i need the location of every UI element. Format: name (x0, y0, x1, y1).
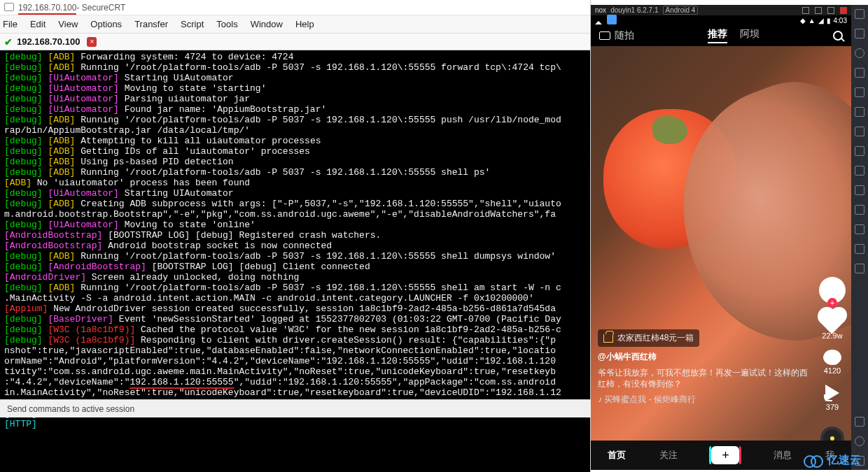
poster-username[interactable]: @小蜗牛西红柿 (598, 351, 809, 363)
nox-titlebar[interactable]: nox douyin1 6.2.7.1 Android 4 (591, 5, 851, 15)
tool-fullscreen-icon[interactable] (855, 9, 864, 19)
comment-icon (823, 350, 841, 365)
share-count: 379 (826, 403, 839, 411)
watermark-logo-icon (804, 455, 823, 466)
window-titlebar[interactable]: 192.168.70.100 - SecureCRT (0, 0, 590, 15)
emu-player-label: douyin1 6.2.7.1 (610, 6, 658, 14)
comment-button[interactable]: 4120 (823, 350, 841, 375)
tool-scissors-icon[interactable] (855, 146, 864, 156)
music-label[interactable]: ♪ 买蜂蜜点我 - 侯炬峰商行 (598, 394, 809, 406)
tab-close-icon[interactable]: × (87, 37, 97, 47)
menu-view[interactable]: View (58, 19, 78, 29)
tool-shake-icon[interactable] (855, 205, 864, 215)
tool-multi-icon[interactable] (855, 107, 864, 117)
emu-maximize-icon[interactable] (827, 7, 834, 14)
tool-rotate-icon[interactable] (855, 185, 864, 195)
android-statusbar: ◆ ▲ ◢ ▮ 4:03 (591, 15, 851, 25)
camera-label: 随拍 (615, 29, 634, 42)
phone-screen: nox douyin1 6.2.7.1 Android 4 ◆ ▲ ◢ ▮ 4:… (591, 5, 851, 470)
tool-location-icon[interactable] (855, 48, 864, 58)
menu-tools[interactable]: Tools (216, 19, 237, 29)
nav-create-button[interactable]: + (711, 446, 739, 464)
cart-icon (603, 334, 613, 343)
title-ip: 192.168.70.100 (18, 3, 76, 13)
emu-settings-icon[interactable] (802, 7, 809, 14)
nav-home[interactable]: 首页 (608, 449, 626, 462)
emu-close-icon[interactable] (840, 7, 847, 14)
camera-button[interactable]: 随拍 (599, 29, 634, 42)
emu-minimize-icon[interactable] (815, 7, 822, 14)
poster-avatar[interactable] (819, 277, 846, 303)
douyin-top-nav: 随拍 推荐 阿坝 (591, 25, 851, 46)
session-tabstrip: ✔ 192.168.70.100 × (0, 34, 590, 50)
location-icon: ◆ (800, 17, 806, 24)
tab-recommend[interactable]: 推荐 (708, 28, 727, 43)
action-rail: 22.9w 4120 379 (819, 277, 846, 441)
tool-settings-icon[interactable] (855, 244, 864, 254)
send-command-placeholder: Send commands to active session (7, 404, 134, 414)
menu-transfer[interactable]: Transfer (134, 19, 168, 29)
app-badge-icon (607, 15, 617, 24)
video-caption: 爷爷让我放弃，可我不想放弃！再发一遍试试！这样的西红柿，有没有馋到你？ (598, 367, 809, 389)
menu-edit[interactable]: Edit (30, 19, 46, 29)
caption-area: 农家西红柿48元一箱 @小蜗牛西红柿 爷爷让我放弃，可我不想放弃！再发一遍试试！… (598, 329, 809, 406)
watermark: 亿速云 (804, 453, 861, 468)
like-button[interactable]: 22.9w (822, 313, 842, 340)
heart-icon (820, 309, 844, 334)
nox-label: nox (595, 6, 606, 14)
video-feed[interactable]: 22.9w 4120 379 农家西红柿48元一箱 @小蜗牛西红柿 (591, 46, 851, 441)
tool-apk-icon[interactable] (855, 127, 864, 136)
search-icon[interactable] (833, 31, 843, 41)
status-time: 4:03 (834, 17, 847, 24)
battery-icon: ▮ (827, 17, 831, 24)
session-tab-ip[interactable]: 192.168.70.100 (17, 36, 80, 47)
wifi-icon: ▲ (808, 17, 816, 24)
menu-options[interactable]: Options (90, 19, 122, 29)
app-icon (4, 3, 14, 13)
watermark-text: 亿速云 (827, 453, 861, 468)
menu-help[interactable]: Help (295, 19, 314, 29)
shop-text: 农家西红柿48元一箱 (617, 332, 694, 344)
camera-icon (599, 31, 610, 40)
tool-record-icon[interactable] (855, 166, 864, 176)
title-app: - SecureCRT (76, 3, 125, 13)
menu-file[interactable]: File (3, 19, 18, 29)
nox-toolbar (851, 5, 868, 470)
tool-home-icon[interactable] (855, 436, 864, 446)
tool-volume-icon[interactable] (855, 68, 864, 78)
signal-icon: ◢ (818, 17, 824, 24)
nav-message[interactable]: 消息 (774, 449, 792, 462)
android-version-badge: Android 4 (663, 6, 699, 15)
tab-region[interactable]: 阿坝 (740, 28, 760, 43)
menu-window[interactable]: Window (251, 19, 283, 29)
send-command-bar[interactable]: Send commands to active session (0, 399, 591, 417)
nav-follow[interactable]: 关注 (659, 449, 678, 462)
tool-folder-icon[interactable] (855, 87, 864, 97)
notification-icon (595, 17, 602, 24)
menu-bar: File Edit View Options Transfer Script T… (0, 15, 590, 34)
tool-keyboard-icon[interactable] (855, 29, 864, 38)
shop-link[interactable]: 农家西红柿48元一箱 (598, 329, 699, 347)
share-icon (825, 385, 839, 401)
tool-screenshot-icon[interactable] (855, 224, 864, 234)
tool-recent-icon[interactable] (855, 417, 864, 427)
share-button[interactable]: 379 (825, 385, 839, 411)
menu-script[interactable]: Script (181, 19, 204, 29)
securecrt-window: 192.168.70.100 - SecureCRT File Edit Vie… (0, 0, 591, 472)
music-disc-icon[interactable] (820, 427, 844, 441)
tool-more-icon[interactable] (855, 264, 864, 273)
nox-emulator-window: nox douyin1 6.2.7.1 Android 4 ◆ ▲ ◢ ▮ 4:… (591, 5, 868, 470)
connected-check-icon: ✔ (4, 36, 13, 48)
